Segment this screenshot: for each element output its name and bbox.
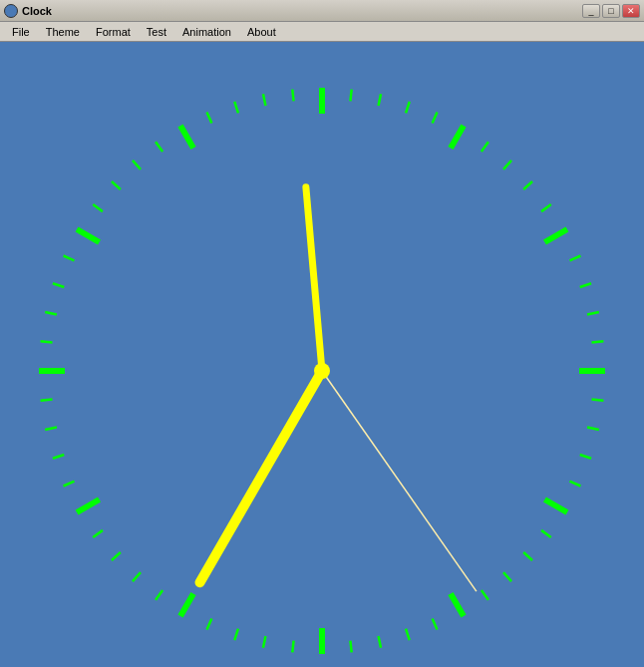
minimize-button[interactable]: _	[582, 4, 600, 18]
title-text: Clock	[22, 5, 52, 17]
clock-area	[0, 42, 644, 667]
maximize-button[interactable]: □	[602, 4, 620, 18]
menu-animation[interactable]: Animation	[174, 24, 239, 40]
clock-canvas	[0, 42, 644, 667]
app-icon	[4, 4, 18, 18]
menu-theme[interactable]: Theme	[38, 24, 88, 40]
menu-file[interactable]: File	[4, 24, 38, 40]
title-bar-left: Clock	[4, 4, 52, 18]
title-bar-controls: _ □ ✕	[582, 4, 640, 18]
menu-bar: File Theme Format Test Animation About	[0, 22, 644, 42]
title-bar: Clock _ □ ✕	[0, 0, 644, 22]
menu-about[interactable]: About	[239, 24, 284, 40]
menu-format[interactable]: Format	[88, 24, 139, 40]
menu-test[interactable]: Test	[139, 24, 174, 40]
close-button[interactable]: ✕	[622, 4, 640, 18]
